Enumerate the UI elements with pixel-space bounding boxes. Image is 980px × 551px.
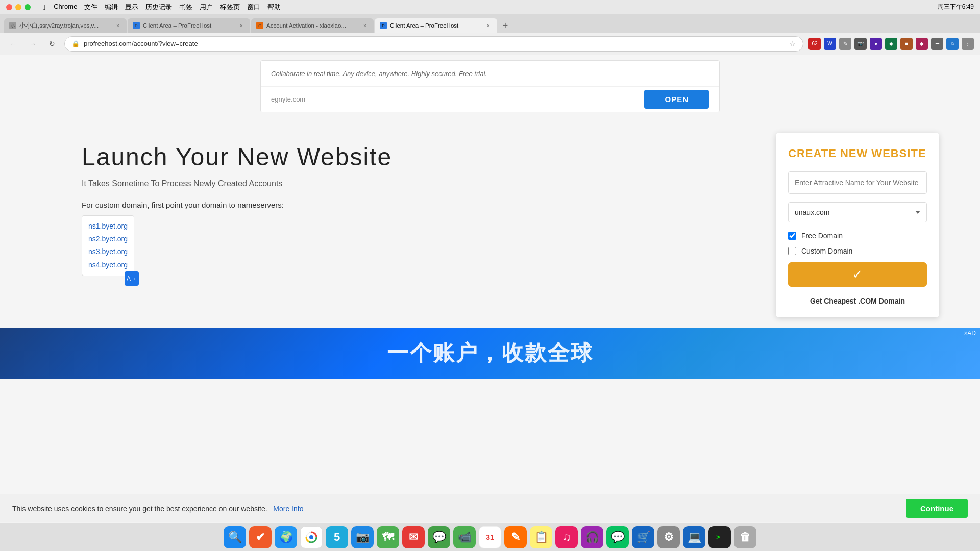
traffic-lights: [6, 4, 31, 10]
tab-2-close[interactable]: ×: [238, 22, 245, 29]
menu-tabs[interactable]: 标签页: [220, 3, 240, 12]
website-name-input[interactable]: [788, 171, 927, 194]
tab-2[interactable]: P Client Area – ProFreeHost ×: [128, 18, 250, 33]
url-text: profreehost.com/account/?view=create: [84, 40, 785, 47]
ns-item-1: ns1.byet.org: [88, 220, 128, 233]
forward-button[interactable]: →: [26, 37, 40, 51]
tab-4-active[interactable]: P Client Area – ProFreeHost ×: [375, 18, 497, 33]
ad-open-button[interactable]: OPEN: [644, 90, 709, 109]
dock-facetime[interactable]: 📹: [453, 526, 476, 548]
free-domain-label[interactable]: Free Domain: [801, 232, 843, 240]
apple-menu[interactable]: : [43, 3, 45, 11]
dock-chrome[interactable]: [300, 526, 323, 548]
dock-safari[interactable]: 🌍: [275, 526, 297, 548]
submit-button[interactable]: ✓: [788, 262, 927, 287]
dock-podcasts[interactable]: 🎧: [581, 526, 603, 548]
ext-icon-1[interactable]: 62: [808, 38, 821, 50]
ext-icon-2[interactable]: W: [824, 38, 836, 50]
tab-1-title: 小小白,ssr,v2ray,trojan,vps,v...: [19, 22, 111, 30]
dock-appstore[interactable]: 🛒: [632, 526, 654, 548]
mac-topbar:  Chrome 文件 编辑 显示 历史记录 书签 用户 标签页 窗口 帮助 周…: [0, 0, 980, 14]
tab-1[interactable]: 小 小小白,ssr,v2ray,trojan,vps,v... ×: [4, 18, 127, 33]
bottom-ad-close[interactable]: ×AD: [964, 330, 976, 337]
nameserver-label: For custom domain, first point your doma…: [82, 201, 755, 209]
ext-icon-7[interactable]: ■: [900, 38, 913, 50]
dock-launchpad[interactable]: ✔: [249, 526, 272, 548]
dock-5apps[interactable]: 5: [326, 526, 348, 548]
ext-icon-8[interactable]: ◆: [916, 38, 928, 50]
traffic-light-red[interactable]: [6, 4, 12, 10]
menu-dots-icon[interactable]: ⋮: [962, 38, 974, 50]
get-domain-link[interactable]: Get Cheapest .COM Domain: [788, 297, 927, 305]
ns-item-2: ns2.byet.org: [88, 233, 128, 245]
dock-notes[interactable]: 📋: [530, 526, 552, 548]
browser-chrome: 小 小小白,ssr,v2ray,trojan,vps,v... × P Clie…: [0, 14, 980, 55]
ext-icon-3[interactable]: ✎: [839, 38, 851, 50]
mac-time: 周三下午6:49: [938, 3, 974, 11]
custom-domain-label[interactable]: Custom Domain: [801, 247, 852, 255]
tab-1-close[interactable]: ×: [114, 22, 121, 29]
dock-finder[interactable]: 🔍: [224, 526, 246, 548]
dock-messages[interactable]: 💬: [428, 526, 450, 548]
tab-3-favicon: G: [256, 22, 263, 29]
dock-music[interactable]: ♫: [555, 526, 578, 548]
mac-menu-bar: Chrome 文件 编辑 显示 历史记录 书签 用户 标签页 窗口 帮助: [54, 3, 281, 12]
menu-view[interactable]: 显示: [125, 3, 138, 12]
ad-banner: Collaborate in real time. Any device, an…: [260, 60, 720, 112]
tab-4-favicon: P: [380, 22, 387, 29]
page-subtitle: It Takes Sometime To Process Newly Creat…: [82, 179, 755, 188]
address-bar[interactable]: 🔒 profreehost.com/account/?view=create ☆: [64, 36, 803, 52]
dock-settings[interactable]: ⚙: [657, 526, 680, 548]
ext-icon-6[interactable]: ◆: [885, 38, 897, 50]
tab-3[interactable]: G Account Activation - xiaoxiao... ×: [251, 18, 374, 33]
tab-4-close[interactable]: ×: [485, 22, 492, 29]
traffic-light-yellow[interactable]: [15, 4, 21, 10]
menu-help[interactable]: 帮助: [267, 3, 281, 12]
tab-2-title: Client Area – ProFreeHost: [143, 22, 235, 29]
ns-item-4: ns4.byet.org: [88, 259, 128, 271]
dock-maps[interactable]: 🗺: [377, 526, 399, 548]
lock-icon: 🔒: [72, 40, 80, 47]
menu-file[interactable]: 文件: [84, 3, 97, 12]
tab-3-title: Account Activation - xiaoxiao...: [266, 22, 358, 29]
page-heading: Launch Your New Website: [82, 143, 755, 171]
webpage: Collaborate in real time. Any device, an…: [0, 55, 980, 522]
cookie-more-info-link[interactable]: More Info: [273, 505, 303, 513]
menu-window[interactable]: 窗口: [247, 3, 260, 12]
menu-history[interactable]: 历史记录: [145, 3, 172, 12]
cookie-continue-button[interactable]: Continue: [906, 499, 968, 518]
dock-xcode[interactable]: 💻: [683, 526, 705, 548]
bookmark-star-icon[interactable]: ☆: [789, 40, 796, 48]
menu-chrome[interactable]: Chrome: [54, 3, 77, 12]
dock-terminal[interactable]: >_: [708, 526, 731, 548]
menu-bookmarks[interactable]: 书签: [179, 3, 192, 12]
dock-photos[interactable]: 📷: [351, 526, 374, 548]
tab-2-favicon: P: [133, 22, 140, 29]
dock-reminders[interactable]: ✎: [504, 526, 527, 548]
traffic-light-green[interactable]: [24, 4, 31, 10]
dock-trash[interactable]: 🗑: [734, 526, 756, 548]
tab-3-close[interactable]: ×: [361, 22, 369, 29]
menu-users[interactable]: 用户: [200, 3, 213, 12]
dock-calendar[interactable]: 31: [479, 526, 501, 548]
back-button[interactable]: ←: [6, 37, 20, 51]
extensions-button[interactable]: ☰: [931, 38, 943, 50]
dock-mail[interactable]: ✉: [402, 526, 425, 548]
ad-wrapper: Collaborate in real time. Any device, an…: [0, 55, 980, 112]
reload-button[interactable]: ↻: [45, 37, 59, 51]
ad-source: egnyte.com: [271, 95, 305, 103]
menu-edit[interactable]: 编辑: [105, 3, 118, 12]
profile-icon[interactable]: ☺: [946, 38, 959, 50]
ext-icon-4[interactable]: 📷: [854, 38, 867, 50]
domain-select[interactable]: unaux.com epizy.com rf.gd byethost.com: [788, 202, 927, 222]
translate-icon[interactable]: A→: [125, 271, 139, 286]
mac-right-area: 周三下午6:49: [938, 3, 974, 11]
ext-icon-5[interactable]: ●: [870, 38, 882, 50]
free-domain-checkbox[interactable]: [788, 232, 796, 240]
custom-domain-checkbox[interactable]: [788, 247, 796, 255]
submit-checkmark-icon: ✓: [852, 267, 863, 282]
dock-wechat[interactable]: 💬: [606, 526, 629, 548]
svg-point-1: [309, 535, 313, 539]
new-tab-button[interactable]: +: [498, 18, 512, 33]
cookie-message: This website uses cookies to ensure you …: [12, 505, 898, 513]
